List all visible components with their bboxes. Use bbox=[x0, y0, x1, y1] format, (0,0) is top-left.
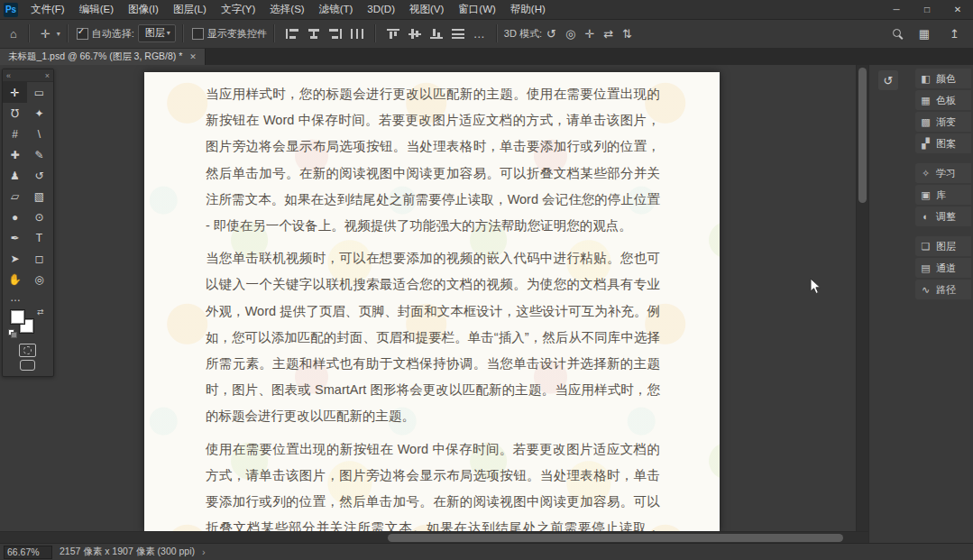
panel-tab-adjustments[interactable]: ◐ 调整 bbox=[915, 207, 971, 226]
maximize-button[interactable]: □ bbox=[912, 0, 942, 19]
divider bbox=[496, 24, 498, 42]
vertical-scrollbar[interactable] bbox=[856, 65, 868, 532]
collapse-panel-icon[interactable]: « bbox=[6, 71, 11, 80]
canvas-area: 当应用样式时，您的标题会进行更改以匹配新的主题。使用在需要位置出现的新按钮在 W… bbox=[0, 65, 973, 544]
menu-file[interactable]: 文件(F) bbox=[23, 0, 72, 19]
default-colors-icon[interactable] bbox=[8, 329, 16, 337]
auto-select-checkbox[interactable]: ✓ bbox=[77, 28, 88, 40]
panel-label: 图案 bbox=[936, 137, 956, 151]
window-controls: ─ □ ✕ bbox=[881, 0, 973, 19]
menu-image[interactable]: 图像(I) bbox=[121, 0, 166, 19]
3d-slide-button[interactable]: ⇄ bbox=[599, 27, 618, 41]
panel-tab-color[interactable]: ◧ 颜色 bbox=[915, 69, 971, 88]
distribute-vertical-button[interactable] bbox=[452, 29, 464, 39]
workspace-icon[interactable]: ▦ bbox=[914, 27, 934, 41]
panel-tab-gradients[interactable]: ▩ 渐变 bbox=[915, 112, 971, 132]
more-align-options-button[interactable]: … bbox=[469, 27, 490, 41]
horizontal-scrollbar[interactable] bbox=[0, 531, 868, 544]
chevron-down-icon: ▾ bbox=[167, 29, 170, 37]
3d-orbit-button[interactable]: ↺ bbox=[542, 27, 561, 41]
history-brush-tool[interactable]: ↺ bbox=[27, 165, 51, 186]
panel-label: 学习 bbox=[936, 167, 956, 180]
distribute-horizontal-button[interactable] bbox=[351, 29, 363, 39]
divider bbox=[28, 24, 30, 42]
paragraph: 当您单击联机视频时，可以在想要添加的视频的嵌入代码中进行粘贴。您也可以键入一个关… bbox=[206, 245, 660, 429]
pen-tool[interactable]: ✒ bbox=[3, 227, 27, 248]
menu-3d[interactable]: 3D(D) bbox=[360, 0, 402, 19]
eyedropper-tool[interactable]: \ bbox=[27, 124, 51, 144]
gradient-tool[interactable]: ▧ bbox=[27, 186, 51, 207]
document-tab-bar: 未标题_1.psd @ 66.7% (图层 3, RGB/8) * ✕ bbox=[0, 48, 973, 65]
home-icon[interactable]: ⌂ bbox=[5, 27, 22, 41]
show-transform-checkbox[interactable] bbox=[192, 28, 204, 40]
menu-window[interactable]: 窗口(W) bbox=[451, 0, 503, 19]
menu-filter[interactable]: 滤镜(T) bbox=[312, 0, 361, 19]
blur-tool[interactable]: ● bbox=[3, 207, 27, 227]
menu-edit[interactable]: 编辑(E) bbox=[72, 0, 121, 19]
align-left-button[interactable] bbox=[286, 29, 298, 39]
document-page[interactable]: 当应用样式时，您的标题会进行更改以匹配新的主题。使用在需要位置出现的新按钮在 W… bbox=[144, 72, 720, 532]
history-panel-button[interactable]: ↺ bbox=[878, 70, 898, 90]
tab-close-icon[interactable]: ✕ bbox=[189, 52, 197, 61]
path-selection-tool[interactable]: ➤ bbox=[3, 248, 27, 269]
edit-toolbar-button[interactable]: … bbox=[3, 289, 53, 306]
status-chevron-icon[interactable]: › bbox=[202, 546, 206, 557]
shape-tool[interactable]: ◻ bbox=[27, 248, 51, 269]
status-zoom-input[interactable] bbox=[4, 546, 52, 559]
auto-select-value: 图层 bbox=[145, 26, 165, 40]
3d-roll-button[interactable]: ◎ bbox=[561, 27, 580, 41]
panel-tab-paths[interactable]: ∿ 路径 bbox=[915, 280, 971, 299]
crop-tool[interactable]: # bbox=[3, 124, 27, 144]
tools-panel-header[interactable]: « × bbox=[3, 69, 53, 82]
menu-view[interactable]: 视图(V) bbox=[402, 0, 451, 19]
marquee-tool[interactable]: ▭ bbox=[27, 82, 51, 103]
3d-scale-button[interactable]: ⇅ bbox=[618, 27, 637, 41]
object-selection-tool[interactable]: ✦ bbox=[27, 103, 51, 124]
minimize-button[interactable]: ─ bbox=[881, 0, 912, 19]
lasso-tool[interactable]: ℧ bbox=[3, 103, 27, 124]
panel-tab-swatches[interactable]: ▦ 色板 bbox=[915, 90, 971, 110]
menu-layer[interactable]: 图层(L) bbox=[166, 0, 214, 19]
clone-stamp-tool[interactable]: ♟ bbox=[3, 165, 27, 186]
zoom-tool[interactable]: ◎ bbox=[27, 269, 51, 289]
align-bottom-button[interactable] bbox=[430, 29, 443, 39]
panel-tab-layers[interactable]: ❏ 图层 bbox=[915, 236, 971, 256]
align-middle-vertical-button[interactable] bbox=[408, 29, 421, 39]
move-tool[interactable]: ✛ bbox=[3, 82, 27, 103]
align-center-horizontal-button[interactable] bbox=[308, 29, 320, 39]
panel-tab-learn[interactable]: ✧ 学习 bbox=[915, 163, 971, 183]
brush-tool[interactable]: ✎ bbox=[27, 144, 51, 165]
menu-select[interactable]: 选择(S) bbox=[262, 0, 311, 19]
dodge-tool[interactable]: ⊙ bbox=[27, 207, 51, 227]
menu-type[interactable]: 文字(Y) bbox=[214, 0, 262, 19]
share-icon[interactable]: ↥ bbox=[945, 27, 964, 41]
panel-tab-channels[interactable]: ▤ 通道 bbox=[915, 258, 971, 278]
status-doc-info: 2157 像素 x 1907 像素 (300 ppi) bbox=[60, 546, 195, 558]
hand-tool[interactable]: ✋ bbox=[3, 269, 27, 289]
eraser-tool[interactable]: ▱ bbox=[3, 186, 27, 207]
close-button[interactable]: ✕ bbox=[942, 0, 973, 19]
quick-mask-button[interactable] bbox=[19, 344, 36, 357]
foreground-color-swatch[interactable] bbox=[10, 309, 25, 325]
auto-select-dropdown[interactable]: 图层 ▾ bbox=[138, 24, 176, 42]
search-icon[interactable] bbox=[892, 28, 904, 40]
panel-label: 渐变 bbox=[936, 115, 956, 129]
align-top-button[interactable] bbox=[387, 29, 399, 39]
document-tab[interactable]: 未标题_1.psd @ 66.7% (图层 3, RGB/8) * ✕ bbox=[0, 48, 206, 65]
close-panel-icon[interactable]: × bbox=[45, 71, 50, 80]
status-bar: 2157 像素 x 1907 像素 (300 ppi) › bbox=[0, 543, 973, 560]
panel-tab-patterns[interactable]: ▞ 图案 bbox=[915, 133, 971, 153]
healing-brush-tool[interactable]: ✚ bbox=[3, 144, 27, 165]
horizontal-scrollbar-thumb[interactable] bbox=[388, 534, 843, 542]
3d-pan-button[interactable]: ✛ bbox=[580, 27, 599, 41]
type-tool[interactable]: T bbox=[27, 227, 51, 248]
panel-label: 色板 bbox=[936, 94, 956, 107]
swap-colors-icon[interactable]: ⇄ bbox=[37, 308, 44, 317]
panel-tab-libraries[interactable]: ▣ 库 bbox=[915, 185, 971, 205]
right-panel-rail: ↺ ◧ 颜色 ▦ 色板 ▩ 渐变 ▞ 图案 bbox=[868, 65, 973, 544]
align-right-button[interactable] bbox=[329, 29, 342, 39]
menu-help[interactable]: 帮助(H) bbox=[503, 0, 553, 19]
vertical-scrollbar-thumb[interactable] bbox=[858, 68, 867, 203]
screen-mode-button[interactable] bbox=[20, 360, 35, 371]
move-tool-option-icon[interactable]: ✛ bbox=[36, 27, 55, 41]
